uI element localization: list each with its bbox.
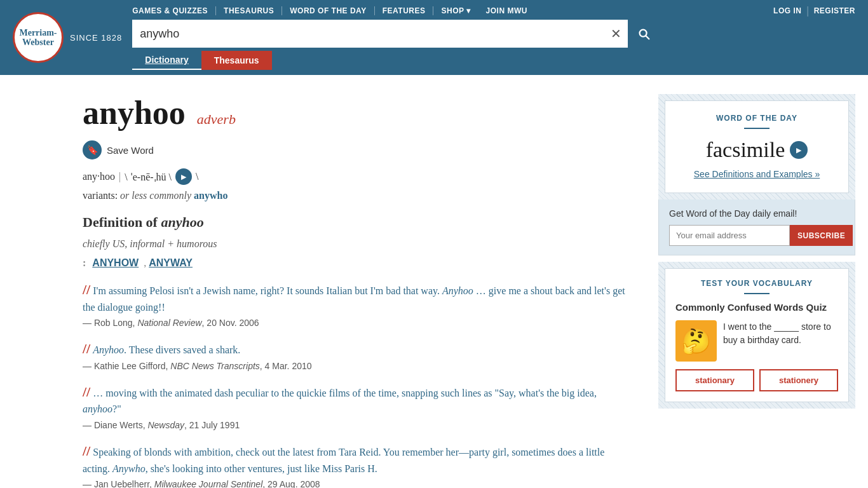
wotd-card: WORD OF THE DAY facsimile ▶ See Definiti… xyxy=(665,100,849,193)
def-link-anyhow[interactable]: ANYHOW xyxy=(92,257,139,268)
quote-text-4: Speaking of blonds with ambition, check … xyxy=(83,447,604,474)
vocab-choices: stationary stationery xyxy=(675,369,838,391)
since-text: SINCE 1828 xyxy=(70,33,122,43)
nav-games[interactable]: GAMES & QUIZZES xyxy=(132,6,216,15)
search-bar: ✕ xyxy=(132,20,628,48)
quote-mark-3: // xyxy=(83,384,90,400)
headword: anyhoo xyxy=(83,94,186,132)
variants-italic: or less commonly xyxy=(120,190,194,201)
thesaurus-tab[interactable]: Thesaurus xyxy=(201,51,272,70)
quote-mark-2: // xyxy=(83,341,90,356)
pronunciation-separator: | xyxy=(119,171,121,182)
vocab-quiz-title: Commonly Confused Words Quiz xyxy=(675,302,838,313)
register: chiefly US, informal + humorous xyxy=(83,238,633,250)
quote-mark-1: // xyxy=(83,281,90,297)
quote-4: // Speaking of blonds with ambition, che… xyxy=(83,443,633,488)
vocab-sentence: I went to the _____ store to buy a birth… xyxy=(723,320,838,362)
definition-prefix: Definition of xyxy=(83,214,158,230)
register-link[interactable]: REGISTER xyxy=(814,6,855,15)
login-link[interactable]: LOG IN xyxy=(773,6,801,15)
search-tabs: Dictionary Thesaurus xyxy=(132,51,660,70)
search-icon xyxy=(637,27,651,41)
phonetic-end: \ xyxy=(196,171,198,182)
vocab-label: TEST YOUR VOCABULARY xyxy=(675,279,838,288)
save-word-row: 🔖 Save Word xyxy=(83,140,633,159)
quote-mark-4: // xyxy=(83,443,90,459)
wotd-audio-button[interactable]: ▶ xyxy=(790,141,808,159)
vocab-outer: TEST YOUR VOCABULARY Commonly Confused W… xyxy=(658,262,855,409)
wotd-divider xyxy=(744,128,770,129)
subscribe-button[interactable]: SUBSCRIBE xyxy=(790,225,853,246)
def-link-anyway[interactable]: ANYWAY xyxy=(149,257,193,268)
email-input[interactable] xyxy=(669,225,790,246)
quote-attr-2: — Kathie Lee Gifford, NBC News Transcrip… xyxy=(83,361,633,371)
wotd-see-link[interactable]: See Definitions and Examples » xyxy=(694,169,820,179)
def-links: : ANYHOW , ANYWAY xyxy=(83,257,633,269)
nav-join[interactable]: JOIN MWU xyxy=(478,6,535,15)
quote-attr-3: — Diane Werts, Newsday, 21 July 1991 xyxy=(83,420,633,430)
save-word-label[interactable]: Save Word xyxy=(107,145,154,156)
right-sidebar: WORD OF THE DAY facsimile ▶ See Definiti… xyxy=(658,94,855,488)
nav-features[interactable]: FEATURES xyxy=(375,6,434,15)
quote-text-2: Anyhoo. These divers saved a shark. xyxy=(93,344,240,355)
pronunciation-row: any·hoo | \ ˈe-nē-ˌhü \ ▶ \ xyxy=(83,168,633,185)
search-button[interactable] xyxy=(628,20,660,48)
vocab-card: TEST YOUR VOCABULARY Commonly Confused W… xyxy=(665,268,849,402)
part-of-speech: adverb xyxy=(197,111,236,128)
variants-row: variants: or less commonly anywho xyxy=(83,190,633,201)
wotd-label: WORD OF THE DAY xyxy=(678,114,836,123)
dictionary-tab[interactable]: Dictionary xyxy=(132,51,201,70)
quote-text-1: I'm assuming Pelosi isn't a Jewish name,… xyxy=(83,285,625,313)
audio-button[interactable]: ▶ xyxy=(175,168,192,185)
word-header: anyhoo adverb xyxy=(83,94,633,132)
wotd-outer: WORD OF THE DAY facsimile ▶ See Definiti… xyxy=(658,94,855,200)
email-label: Get Word of the Day daily email! xyxy=(669,208,844,219)
definition-title: Definition of anyhoo xyxy=(83,214,633,231)
email-section: Get Word of the Day daily email! SUBSCRI… xyxy=(658,200,855,255)
wotd-word: facsimile xyxy=(706,138,785,162)
nav-thesaurus[interactable]: THESAURUS xyxy=(216,6,282,15)
wotd-word-row: facsimile ▶ xyxy=(678,138,836,162)
search-input[interactable] xyxy=(132,20,604,48)
quote-2: // Anyhoo. These divers saved a shark. —… xyxy=(83,341,633,371)
vocab-divider xyxy=(744,293,770,294)
vocab-emoji: 🤔 xyxy=(675,320,717,362)
quote-1: // I'm assuming Pelosi isn't a Jewish na… xyxy=(83,281,633,328)
definition-word: anyhoo xyxy=(161,214,203,230)
save-word-button[interactable]: 🔖 xyxy=(83,140,102,159)
choice-stationery[interactable]: stationery xyxy=(759,369,838,391)
quote-3: // … moving with the animated dash pecul… xyxy=(83,384,633,430)
quote-attr-4: — Jan Uebelherr, Milwaukee Journal Senti… xyxy=(83,479,633,488)
nav-wotd[interactable]: WORD OF THE DAY xyxy=(282,6,374,15)
logo-circle: Merriam-Webster xyxy=(13,12,64,63)
clear-button[interactable]: ✕ xyxy=(604,20,628,48)
auth-divider: | xyxy=(806,5,808,17)
variant-word: anywho xyxy=(194,190,227,201)
quote-text-3: … moving with the animated dash peculiar… xyxy=(83,388,597,415)
logo[interactable]: Merriam-Webster SINCE 1828 xyxy=(13,12,122,63)
def-colon: : xyxy=(83,257,86,268)
content-area: anyhoo adverb 🔖 Save Word any·hoo | \ ˈe… xyxy=(83,94,646,488)
choice-stationary[interactable]: stationary xyxy=(675,369,754,391)
variants-label: variants: xyxy=(83,190,118,201)
pronunciation-word: any·hoo xyxy=(83,171,115,182)
vocab-quiz-content: 🤔 I went to the _____ store to buy a bir… xyxy=(675,320,838,362)
header: Merriam-Webster SINCE 1828 GAMES & QUIZZ… xyxy=(0,0,868,75)
nav-shop[interactable]: SHOP ▾ xyxy=(433,6,478,15)
phonetic: \ ˈe-nē-ˌhü \ xyxy=(125,171,172,183)
quote-attr-1: — Rob Long, National Review, 20 Nov. 200… xyxy=(83,318,633,328)
